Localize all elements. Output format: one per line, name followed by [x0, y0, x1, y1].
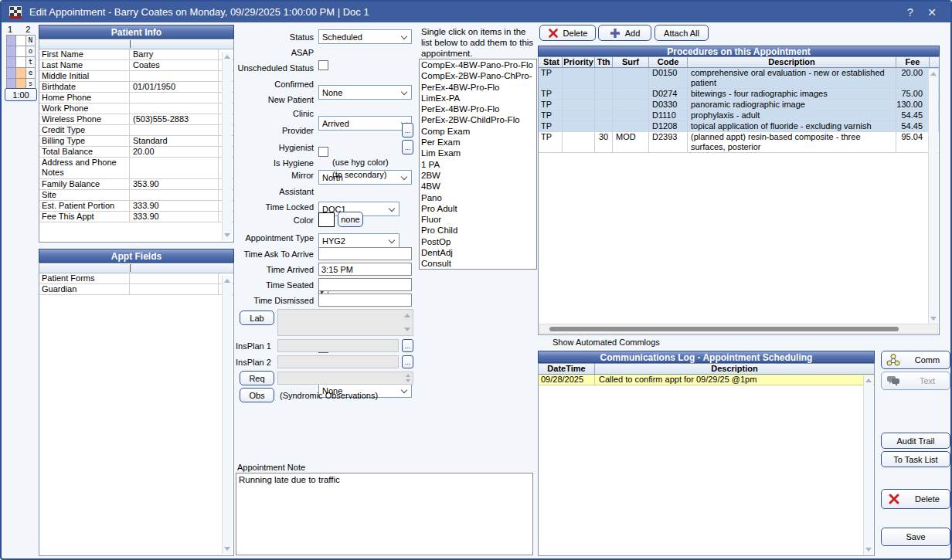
quick-add-instruction: Single click on items in the list below … — [421, 26, 539, 59]
lab-button[interactable]: Lab — [240, 311, 274, 325]
scroll-up-icon[interactable] — [865, 378, 872, 382]
insplan1-more-button[interactable]: ... — [402, 339, 413, 352]
time-slot-button[interactable]: 1:00 — [5, 88, 37, 101]
audit-trail-button[interactable]: Audit Trail — [881, 433, 950, 449]
scroll-down-icon[interactable] — [224, 233, 230, 237]
list-item[interactable]: Pro Child — [420, 225, 536, 236]
save-button[interactable]: Save — [881, 528, 950, 546]
table-row[interactable]: Patient Forms — [39, 273, 233, 284]
insplan2-more-button[interactable]: ... — [402, 355, 413, 368]
table-row[interactable]: Total Balance20.00 — [39, 147, 233, 158]
mirror-label: Mirror — [230, 171, 314, 181]
scroll-up-icon[interactable] — [224, 55, 230, 59]
time-arrived-input[interactable] — [318, 263, 412, 276]
table-row[interactable]: TPD1208topical application of fluoride -… — [539, 121, 939, 132]
to-task-list-button[interactable]: To Task List — [881, 451, 950, 467]
table-row[interactable]: TPD0330panoramic radiographic image130.0… — [539, 100, 939, 110]
table-row[interactable]: Fee This Appt333.90 — [39, 212, 233, 222]
list-item[interactable]: LimEx-PA — [420, 93, 536, 104]
table-row[interactable]: Last NameCoates — [39, 60, 233, 71]
table-row[interactable]: Billing TypeStandard — [39, 136, 233, 147]
spinner-down-icon[interactable] — [406, 379, 410, 382]
list-item[interactable]: Consult — [420, 258, 536, 269]
unscheduled-status-select[interactable]: None — [318, 85, 412, 100]
attach-all-button[interactable]: Attach All — [654, 25, 709, 41]
hygienist-more-button[interactable]: ... — [402, 140, 413, 154]
table-row[interactable]: TPD1110prophylaxis - adult54.45 — [539, 110, 939, 121]
delete-appointment-button[interactable]: Delete — [881, 489, 950, 509]
close-button[interactable]: ✕ — [921, 4, 943, 21]
list-item[interactable]: Per Exam — [420, 137, 536, 148]
scroll-down-icon[interactable] — [224, 547, 230, 551]
commlog-scrollbar[interactable] — [863, 375, 873, 555]
scroll-up-icon[interactable] — [404, 314, 410, 317]
table-row[interactable]: 09/28/2025 Called to confirm appt for 09… — [539, 375, 874, 385]
scroll-up-icon[interactable] — [224, 279, 230, 283]
appointment-type-label: Appointment Type — [230, 233, 314, 243]
spinner-up-icon[interactable] — [406, 374, 410, 377]
list-item[interactable]: PerEx-4BW-Pro-Flo — [420, 104, 536, 114]
list-item[interactable]: 2BW — [420, 170, 536, 181]
provider-more-button[interactable]: ... — [402, 123, 413, 137]
table-row[interactable]: Guardian — [39, 284, 233, 295]
table-row[interactable]: Address and Phone Notes — [39, 158, 233, 179]
list-item[interactable]: 4BW — [420, 181, 536, 192]
list-item[interactable]: PerEx-4BW-Pro-Flo — [420, 82, 536, 93]
list-item[interactable]: Comp Exam — [420, 126, 536, 137]
table-row[interactable]: First NameBarry — [39, 49, 233, 60]
procedures-vertical-scrollbar[interactable] — [928, 69, 938, 324]
scroll-down-icon[interactable] — [930, 317, 937, 321]
table-row[interactable]: TPD0150comprehensive oral evaluation - n… — [539, 68, 939, 89]
list-item[interactable]: 1 PA — [420, 159, 536, 170]
list-item[interactable]: PostOp — [420, 236, 536, 247]
new-patient-checkbox[interactable] — [318, 147, 328, 157]
table-row[interactable]: TPD0274bitewings - four radiographic ima… — [539, 89, 939, 100]
color-none-button[interactable]: none — [338, 212, 363, 227]
list-item[interactable]: Pano — [420, 192, 536, 203]
table-row[interactable]: Birthdate01/01/1950 — [39, 82, 233, 93]
hygienist-label: Hygienist — [230, 143, 314, 153]
table-row[interactable]: Site — [39, 190, 233, 201]
appt-fields-scrollbar[interactable] — [222, 276, 232, 554]
time-seated-input[interactable] — [318, 278, 412, 291]
procedures-horizontal-scrollbar[interactable] — [539, 324, 938, 334]
list-item[interactable]: DentAdj — [420, 247, 536, 258]
chevron-down-icon — [389, 205, 395, 212]
status-select[interactable]: Scheduled — [318, 29, 412, 44]
table-row[interactable]: Wireless Phone(503)555-2883 — [39, 114, 233, 125]
table-row[interactable]: Est. Patient Portion333.90 — [39, 201, 233, 212]
scroll-up-icon[interactable] — [930, 72, 937, 76]
hygienist-select[interactable]: HYG2 — [318, 233, 400, 248]
list-item[interactable]: Lim Exam — [420, 148, 536, 158]
time-dismissed-input[interactable] — [318, 294, 412, 307]
table-row[interactable]: Home Phone — [39, 93, 233, 104]
add-procedure-button[interactable]: Add — [598, 25, 651, 41]
plus-icon — [610, 28, 620, 39]
quick-add-list: CompEx-4BW-Pano-Pro-Flo CompEx-2BW-Pano-… — [419, 59, 537, 270]
table-row[interactable]: Work Phone — [39, 104, 233, 114]
time-ask-to-arrive-input[interactable] — [318, 247, 412, 260]
table-row[interactable]: Middle Initial — [39, 71, 233, 82]
list-item[interactable]: Fluor — [420, 214, 536, 225]
appointment-note-textarea[interactable]: Running late due to traffic — [236, 473, 533, 555]
scroll-down-icon[interactable] — [865, 548, 872, 552]
text-button[interactable]: Text — [881, 372, 950, 390]
table-row[interactable]: TP30MODD2393(planned appt) resin-based c… — [539, 132, 939, 153]
scroll-down-icon[interactable] — [404, 328, 410, 331]
help-button[interactable]: ? — [899, 4, 921, 21]
list-item[interactable]: PerEx-2BW-ChildPro-Flo — [420, 114, 536, 125]
list-item[interactable]: Pro Adult — [420, 203, 536, 214]
list-item[interactable]: CompEx-2BW-Pano-ChPro- — [420, 70, 536, 81]
table-row[interactable]: Family Balance353.90 — [39, 179, 233, 190]
confirmed-select[interactable]: Arrived — [318, 116, 412, 131]
color-swatch[interactable] — [318, 212, 335, 227]
table-row[interactable]: Credit Type — [39, 125, 233, 136]
scrollbar-thumb[interactable] — [549, 327, 899, 331]
req-button[interactable]: Req — [240, 371, 274, 385]
list-item[interactable]: CompEx-4BW-Pano-Pro-Flo — [420, 59, 536, 70]
insplan2-label: InsPlan 2 — [236, 358, 271, 368]
asap-checkbox[interactable] — [318, 60, 328, 70]
obs-button[interactable]: Obs — [240, 388, 274, 402]
comm-button[interactable]: Comm — [881, 351, 950, 369]
delete-procedure-button[interactable]: Delete — [539, 25, 596, 41]
